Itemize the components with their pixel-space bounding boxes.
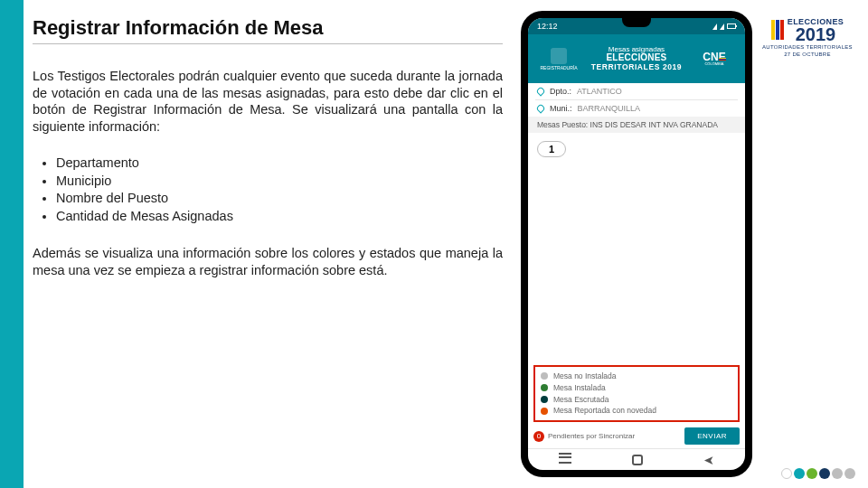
flag-stripe (780, 20, 784, 40)
status-time: 12:12 (537, 22, 558, 31)
legend-dot-icon (541, 408, 548, 415)
recents-icon[interactable] (559, 456, 571, 464)
pin-icon (535, 86, 545, 96)
dot (819, 468, 830, 479)
legend-label: Mesa Escrutada (553, 394, 609, 406)
dpto-row: Dpto.: ATLANTICO (528, 83, 745, 99)
registraduria-logo: REGISTRADURÍA (535, 42, 582, 75)
back-icon[interactable]: ➤ (703, 453, 714, 467)
slide-content: Registrar Información de Mesa Los Testig… (33, 16, 503, 299)
list-item: Municipio (56, 173, 503, 191)
legend-label: Mesa Reportada con novedad (553, 405, 656, 417)
flag-stripe (776, 20, 779, 40)
legend-dot-icon (541, 384, 548, 391)
app-header: REGISTRADURÍA Mesas asignadas ELECCIONES… (528, 34, 745, 83)
muni-label: Muni.: (550, 104, 572, 113)
dot (832, 468, 843, 479)
cne-logo: CNE COLOMBIA (691, 42, 738, 75)
phone-mockup: 12:12 REGISTRADURÍA Mesas asignadas ELEC… (521, 11, 752, 477)
signal-icon (720, 23, 724, 30)
muni-row: Muni.: BARRANQUILLA (528, 100, 745, 117)
mesa-chip[interactable]: 1 (537, 141, 566, 157)
legend-item: Mesa Reportada con novedad (541, 405, 732, 417)
appbar-line3: TERRITORIALES 2019 (591, 63, 682, 71)
flag-stripe (771, 20, 775, 40)
list-item: Nombre del Puesto (56, 190, 503, 208)
android-navbar: ➤ (528, 448, 745, 470)
pending-badge: 0 (533, 431, 544, 442)
pending-label: Pendientes por Sincronizar (548, 432, 635, 440)
secondary-paragraph: Además se visualiza una información sobr… (33, 245, 503, 278)
list-item: Departamento (56, 155, 503, 173)
dot (844, 468, 855, 479)
home-icon[interactable] (632, 455, 643, 465)
pending-sync: 0 Pendientes por Sincronizar (533, 431, 635, 442)
title-divider (33, 43, 503, 44)
legend-dot-icon (541, 396, 548, 403)
legend-dot-icon (541, 372, 548, 380)
dpto-value: ATLANTICO (577, 87, 622, 96)
intro-paragraph: Los Testigos Electorales podrán cualquie… (33, 68, 503, 135)
logo-date: 27 DE OCTUBRE (758, 52, 857, 57)
pin-icon (535, 103, 545, 113)
legend-label: Mesa Instalada (553, 382, 606, 394)
battery-icon (727, 23, 736, 29)
logo-year: 2019 (788, 26, 844, 42)
phone-screen: 12:12 REGISTRADURÍA Mesas asignadas ELEC… (528, 18, 745, 470)
legend-item: Mesa Escrutada (541, 394, 732, 406)
mesa-chip-area: 1 (528, 133, 745, 164)
dot (794, 468, 805, 479)
elections-logo: ELECCIONES 2019 AUTORIDADES TERRITORIALE… (758, 16, 857, 57)
shield-icon (551, 48, 567, 64)
list-item: Cantidad de Mesas Asignadas (56, 208, 503, 226)
legend-item: Mesa no Instalada (541, 371, 732, 382)
page-title: Registrar Información de Mesa (33, 16, 503, 40)
info-bullet-list: Departamento Municipio Nombre del Puesto… (33, 155, 503, 225)
notch (622, 18, 651, 27)
dot (781, 468, 792, 479)
mesas-header: Mesas Puesto: INS DIS DESAR INT NVA GRAN… (528, 117, 745, 133)
logo-subtitle: AUTORIDADES TERRITORIALES (758, 44, 857, 50)
logo-caption: REGISTRADURÍA (540, 66, 577, 70)
status-icons (712, 23, 736, 30)
dot (807, 468, 817, 479)
accent-sidebar (0, 0, 24, 488)
dpto-label: Dpto.: (550, 87, 571, 96)
legend-box: Mesa no Instalada Mesa Instalada Mesa Es… (533, 365, 740, 422)
status-bar: 12:12 (528, 18, 745, 34)
legend-label: Mesa no Instalada (553, 371, 616, 382)
footer-bar: 0 Pendientes por Sincronizar ENVIAR (528, 426, 745, 448)
signal-icon (712, 23, 717, 30)
legend-item: Mesa Instalada (541, 382, 732, 394)
pager-dots (781, 468, 855, 479)
send-button[interactable]: ENVIAR (684, 427, 740, 445)
muni-value: BARRANQUILLA (578, 104, 641, 113)
